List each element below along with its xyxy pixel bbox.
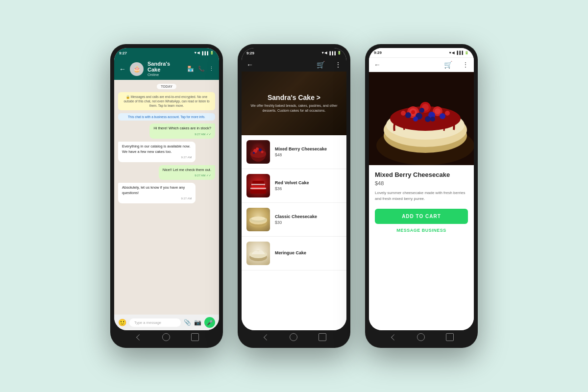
store-description: We offer freshly baked breads, cakes, pa… <box>246 103 342 114</box>
product-name-1: Red Velvet Cake <box>275 180 342 185</box>
recents-nav-btn[interactable] <box>446 333 454 341</box>
back-nav-btn[interactable] <box>134 334 141 341</box>
status-icons: ▼◀ ▐▐▐ 🔋 <box>321 51 342 55</box>
svg-point-39 <box>419 108 424 113</box>
msg-time: 9:27 AM <box>122 155 192 159</box>
chat-date: TODAY <box>157 84 176 89</box>
product-price-0: $48 <box>275 152 342 157</box>
chat-body: TODAY 🔒 Messages and calls are end-to-en… <box>114 80 219 315</box>
catalog-item-3[interactable]: Meringue Cake <box>242 237 346 270</box>
svg-point-6 <box>253 152 255 154</box>
status-time: 9:27 <box>119 51 127 55</box>
business-notice[interactable]: This chat is with a business account. Ta… <box>118 113 215 121</box>
mic-button[interactable]: 🎤 <box>204 317 215 328</box>
svg-point-4 <box>256 147 259 150</box>
call-icon[interactable]: 📞 <box>198 66 205 72</box>
back-icon[interactable]: ← <box>246 61 253 69</box>
svg-point-30 <box>435 108 441 114</box>
back-nav-btn[interactable] <box>262 334 269 341</box>
phone-bottom-nav <box>242 330 346 344</box>
svg-point-26 <box>411 110 415 114</box>
msg-time: 9:27 AM <box>122 196 192 200</box>
recents-nav-btn[interactable] <box>191 333 199 341</box>
product-image-3 <box>246 242 270 265</box>
catalog-item-2[interactable]: Classic Cheesecake $30 <box>242 203 346 237</box>
svg-rect-10 <box>250 188 266 189</box>
svg-point-33 <box>405 112 411 118</box>
catalog-item-1[interactable]: Red Velvet Cake $36 <box>242 169 346 203</box>
product-info-1: Red Velvet Cake $36 <box>275 180 342 191</box>
cart-icon[interactable]: 🛒 <box>444 61 452 69</box>
product-header: ← 🛒 ⋮ <box>369 58 474 72</box>
status-icons: ▼◀ ▐▐▐ 🔋 <box>448 51 469 55</box>
message-sent-1: Hi there! Which cakes are in stock? 9:27… <box>149 123 215 139</box>
emoji-icon[interactable]: 🙂 <box>118 318 126 326</box>
home-nav-btn[interactable] <box>290 333 297 341</box>
more-icon[interactable]: ⋮ <box>335 61 342 69</box>
product-image-visual <box>369 72 474 165</box>
status-time: 9:29 <box>374 50 382 55</box>
message-received-2: Absolutely, let us know if you have any … <box>118 183 196 203</box>
more-icon[interactable]: ⋮ <box>209 66 214 72</box>
phone-product: 9:29 ▼◀ ▐▐▐ 🔋 ← 🛒 ⋮ <box>365 44 478 348</box>
phone-chat: 9:27 ▼◀ ▐▐▐ 🔋 ← 🎂 Sandra's Cake Online 🏪… <box>110 44 223 348</box>
add-to-cart-button[interactable]: ADD TO CART <box>375 209 468 224</box>
store-name[interactable]: Sandra's Cake > <box>268 94 320 101</box>
product-info-0: Mixed Berry Cheesecake $48 <box>275 147 342 157</box>
catalog-list: Mixed Berry Cheesecake $48 Red Velvet Ca… <box>242 135 346 330</box>
attachment-icon[interactable]: 📎 <box>184 319 191 326</box>
encryption-notice: 🔒 Messages and calls are end-to-end encr… <box>118 92 215 110</box>
svg-point-1 <box>250 150 266 158</box>
back-icon[interactable]: ← <box>374 61 381 69</box>
store-icon[interactable]: 🏪 <box>187 66 194 72</box>
catalog-header: ← 🛒 ⋮ <box>242 58 346 72</box>
catalog-hero: Sandra's Cake > We offer freshly baked b… <box>242 72 346 135</box>
svg-rect-11 <box>251 184 265 185</box>
camera-icon[interactable]: 📷 <box>194 319 201 326</box>
phone-bottom-nav <box>114 330 219 344</box>
message-input[interactable]: Type a message <box>129 318 181 327</box>
home-nav-btn[interactable] <box>417 333 425 341</box>
phone-catalog: 9:29 ▼◀ ▐▐▐ 🔋 ← 🛒 ⋮ Sandra's Cake > We o… <box>238 44 350 348</box>
message-business-button[interactable]: MESSAGE BUSINESS <box>375 228 468 233</box>
catalog-item-0[interactable]: Mixed Berry Cheesecake $48 <box>242 135 346 169</box>
cart-icon[interactable]: 🛒 <box>317 61 325 69</box>
back-nav-btn[interactable] <box>389 334 396 341</box>
status-time: 9:29 <box>246 51 254 55</box>
svg-point-34 <box>440 113 445 119</box>
status-icons: ▼◀ ▐▐▐ 🔋 <box>194 51 214 55</box>
contact-avatar: 🎂 <box>130 62 144 76</box>
product-name-3: Meringue Cake <box>275 250 342 255</box>
product-price-2: $30 <box>275 220 342 225</box>
contact-name: Sandra's Cake <box>147 61 183 73</box>
message-received-1: Everything in our catalog is available n… <box>118 142 196 162</box>
product-description: Lovely summer cheesecake made with fresh… <box>375 190 468 202</box>
chat-input-bar: 🙂 Type a message 📎 📷 🎤 <box>114 315 219 330</box>
recents-nav-btn[interactable] <box>318 333 326 341</box>
product-image-1 <box>246 174 270 197</box>
svg-point-5 <box>261 151 264 153</box>
catalog-hero-overlay: Sandra's Cake > We offer freshly baked b… <box>242 72 346 135</box>
contact-status: Online <box>147 73 183 77</box>
svg-point-3 <box>259 148 262 151</box>
product-image-2 <box>246 208 270 231</box>
msg-time: 9:27 AM <box>153 132 211 136</box>
svg-point-38 <box>445 111 450 116</box>
msg-time: 9:27 AM <box>163 173 211 177</box>
product-name-2: Classic Cheesecake <box>275 214 342 219</box>
chat-header: ← 🎂 Sandra's Cake Online 🏪 📞 ⋮ <box>114 58 219 80</box>
more-icon[interactable]: ⋮ <box>462 61 469 69</box>
home-nav-btn[interactable] <box>162 333 170 341</box>
chat-action-icons: 🏪 📞 ⋮ <box>187 66 214 72</box>
product-detail: Mixed Berry Cheesecake $48 Lovely summer… <box>369 165 474 330</box>
back-icon[interactable]: ← <box>119 65 126 73</box>
product-title: Mixed Berry Cheesecake <box>375 171 468 178</box>
product-name-0: Mixed Berry Cheesecake <box>275 147 342 151</box>
message-sent-2: Nice!! Let me check them out. 9:27 AM <box>159 165 215 180</box>
product-price-1: $36 <box>275 186 342 191</box>
phone-bottom-nav <box>369 330 474 344</box>
svg-point-15 <box>251 217 265 220</box>
svg-point-35 <box>425 116 431 122</box>
product-info-2: Classic Cheesecake $30 <box>275 214 342 225</box>
svg-point-36 <box>413 117 418 122</box>
